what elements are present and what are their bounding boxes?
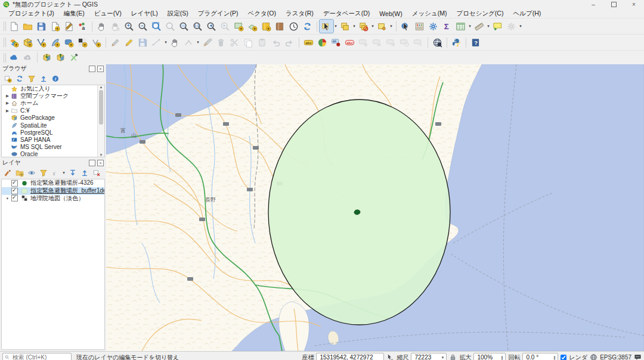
layer-checkbox[interactable]: [11, 188, 18, 194]
rotation-spinner[interactable]: ▲▼: [553, 355, 556, 360]
menu-project[interactable]: プロジェクト(J): [4, 10, 59, 18]
processing-toolbox-button[interactable]: [426, 20, 440, 33]
rotation-spin[interactable]: ▲▼: [522, 353, 558, 360]
label-tool-1-button[interactable]: [357, 36, 370, 49]
cut-button[interactable]: [228, 36, 242, 49]
add-feature-dropdown[interactable]: ▾: [163, 36, 168, 49]
browser-item-geopackage[interactable]: GeoPackage: [2, 114, 104, 122]
cloud-upload-button[interactable]: [21, 51, 35, 64]
zoom-native-button[interactable]: 1:1: [191, 20, 205, 33]
pin-labels-button[interactable]: ab: [329, 36, 343, 49]
menu-edit[interactable]: 編集(E): [59, 10, 89, 18]
new-spatialite-button[interactable]: [48, 36, 62, 49]
map-canvas[interactable]: 富 山 長野: [106, 64, 644, 351]
new-temporary-layer-button[interactable]: [89, 36, 103, 49]
layer-row-shelter-4326[interactable]: 指定緊急避難場所-4326: [2, 179, 104, 187]
add-feature-button[interactable]: [150, 36, 163, 49]
minimize-button[interactable]: –: [583, 0, 603, 9]
remove-layer-button[interactable]: [91, 167, 102, 178]
lock-scale-icon[interactable]: [449, 353, 457, 360]
actions-dropdown[interactable]: ▾: [518, 20, 523, 33]
measure-dropdown[interactable]: ▾: [486, 20, 491, 33]
restore-button[interactable]: [603, 0, 624, 9]
magnifier-spinner[interactable]: ▲▼: [501, 355, 504, 360]
save-edits-button[interactable]: [136, 36, 150, 49]
browser-item-sap-hana[interactable]: SAP HANA: [2, 136, 104, 143]
new-3d-map-view-button[interactable]: [246, 20, 259, 33]
project-properties-button[interactable]: [62, 20, 76, 33]
browser-item-c-drive[interactable]: ▶C:¥: [2, 107, 104, 114]
browser-item-spatialite[interactable]: SpatiaLite: [2, 122, 104, 129]
crs-globe-icon[interactable]: [590, 353, 597, 360]
new-virtual-layer-button[interactable]: [76, 36, 89, 49]
menu-vector[interactable]: ベクタ(O): [243, 10, 281, 18]
label-tool-5-button[interactable]: [411, 36, 425, 49]
manage-map-themes-button[interactable]: [26, 167, 37, 178]
label-tool-2-button[interactable]: [370, 36, 384, 49]
collapse-all-button[interactable]: [79, 167, 90, 178]
scale-input[interactable]: [413, 353, 441, 360]
browser-tree[interactable]: お気に入り ▶空間ブックマーク ▶ホーム ▶C:¥ GeoPackage Spa…: [1, 85, 105, 157]
browser-item-spatial-bookmarks[interactable]: ▶空間ブックマーク: [2, 92, 104, 100]
browser-filter-button[interactable]: [26, 73, 37, 84]
zoom-last-button[interactable]: [205, 20, 218, 33]
layer-diagram-button[interactable]: [315, 36, 329, 49]
new-mesh-layer-button[interactable]: [62, 36, 76, 49]
magnifier-spin[interactable]: ▲▼: [473, 353, 506, 360]
menu-mesh[interactable]: メッシュ(M): [407, 10, 452, 18]
browser-item-oracle[interactable]: Oracle: [2, 151, 104, 157]
layer-styling-button[interactable]: [2, 167, 13, 178]
menu-plugins[interactable]: プラグイン(P): [193, 10, 243, 18]
delete-selected-button[interactable]: [214, 36, 228, 49]
map-tips-button[interactable]: [491, 20, 504, 33]
menu-processing[interactable]: プロセシング(C): [451, 10, 508, 18]
magnifier-input[interactable]: [476, 353, 499, 360]
statistics-button[interactable]: Σ: [440, 20, 454, 33]
layers-float-button[interactable]: [89, 160, 95, 166]
expand-all-button[interactable]: [67, 167, 78, 178]
temporal-controller-button[interactable]: [287, 20, 301, 33]
show-bookmarks-button[interactable]: [273, 20, 287, 33]
messages-icon[interactable]: [634, 353, 642, 360]
toggle-editing-button[interactable]: [122, 36, 136, 49]
add-group-button[interactable]: [14, 167, 25, 178]
zoom-next-button[interactable]: [218, 20, 232, 33]
scale-combo[interactable]: ▼: [411, 353, 447, 360]
save-project-as-button[interactable]: [48, 20, 62, 33]
layer-checkbox[interactable]: [11, 180, 18, 187]
style-manager-button[interactable]: a: [76, 20, 89, 33]
new-bookmark-button[interactable]: [259, 20, 273, 33]
select-by-location-button[interactable]: [375, 20, 389, 33]
browser-refresh-button[interactable]: [14, 73, 25, 84]
save-project-button[interactable]: [35, 20, 48, 33]
select-features-dropdown[interactable]: ▾: [333, 20, 338, 33]
filter-by-expression-dropdown[interactable]: ▾: [61, 166, 66, 179]
browser-scrollbar[interactable]: ▲▼: [97, 85, 104, 157]
refresh-button[interactable]: [301, 20, 314, 33]
field-calculator-button[interactable]: [413, 20, 426, 33]
current-edits-button[interactable]: [109, 36, 122, 49]
move-feature-button[interactable]: [168, 36, 182, 49]
select-features-button[interactable]: [320, 20, 333, 33]
zoom-out-button[interactable]: −: [136, 20, 150, 33]
multiedit-button[interactable]: [200, 36, 214, 49]
label-tool-4-button[interactable]: [398, 36, 411, 49]
browser-close-button[interactable]: ×: [97, 66, 104, 72]
label-tool-3-button[interactable]: [384, 36, 398, 49]
rotation-input[interactable]: [525, 353, 552, 360]
filter-by-expression-button[interactable]: ε: [49, 167, 61, 178]
browser-item-mssql[interactable]: MS SQL Server: [2, 144, 104, 151]
layers-close-button[interactable]: ×: [97, 160, 104, 166]
coordinate-extent-toggle-icon[interactable]: [386, 353, 394, 360]
actions-button[interactable]: [504, 20, 518, 33]
open-project-button[interactable]: [21, 20, 35, 33]
select-by-expression-dropdown[interactable]: ▾: [352, 20, 357, 33]
zoom-to-layer-button[interactable]: [177, 20, 191, 33]
python-console-button[interactable]: [450, 36, 463, 49]
redo-button[interactable]: [283, 36, 296, 49]
paste-button[interactable]: [255, 36, 269, 49]
layer-row-gsi-pale[interactable]: ▾ 地理院地図（淡色）: [2, 195, 104, 203]
zoom-full-button[interactable]: [150, 20, 163, 33]
highlight-labels-button[interactable]: abc: [343, 36, 357, 49]
attribute-table-dropdown[interactable]: ▾: [467, 20, 472, 33]
